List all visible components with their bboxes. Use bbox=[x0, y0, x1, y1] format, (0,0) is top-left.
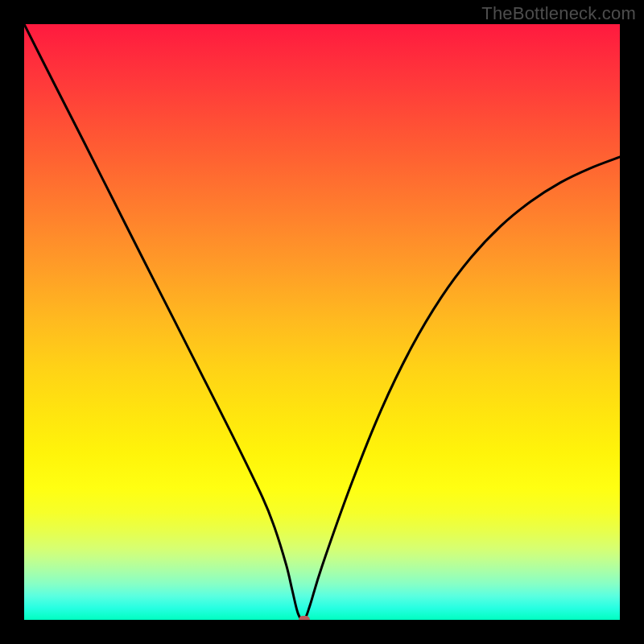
minimum-marker bbox=[299, 616, 310, 620]
watermark-text: TheBottleneck.com bbox=[481, 3, 636, 24]
chart-frame: TheBottleneck.com bbox=[0, 0, 644, 644]
plot-area bbox=[24, 24, 620, 620]
curve-svg bbox=[24, 24, 620, 620]
bottleneck-curve bbox=[24, 24, 620, 620]
